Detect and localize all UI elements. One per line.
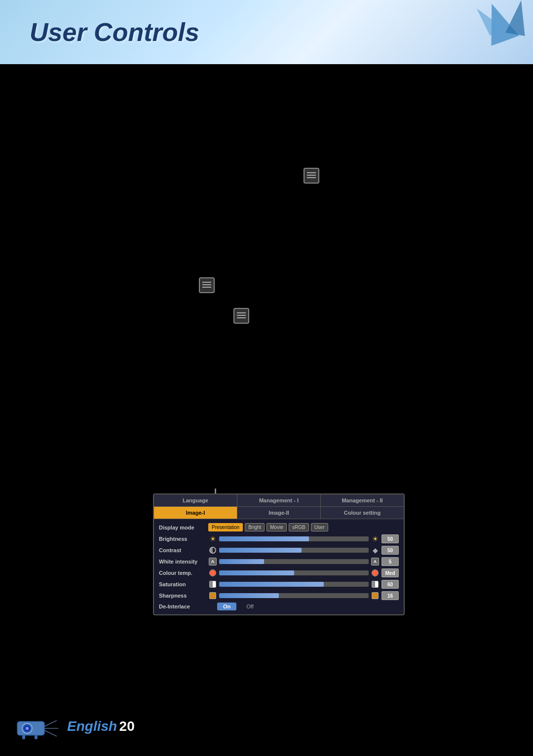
footer: English 20 [0, 697, 533, 756]
saturation-fill [219, 582, 324, 587]
tab-image-1[interactable]: Image-I [154, 507, 237, 519]
letter-a-right: A [371, 558, 379, 566]
letter-a-left: A [209, 558, 217, 566]
contrast-slider[interactable] [219, 548, 369, 553]
page-title: User Controls [30, 17, 199, 47]
main-content: Language Management - I Management - II … [0, 64, 533, 756]
saturation-label: Saturation [159, 581, 208, 587]
colour-temp-icon-left [208, 568, 217, 577]
contrast-label: Contrast [159, 547, 208, 553]
sat-box-left [209, 581, 216, 588]
sun-icon-left: ☀ [210, 535, 216, 543]
saturation-value: 60 [381, 580, 399, 589]
header-decoration [385, 0, 533, 64]
sharpness-fill [219, 593, 279, 598]
svg-line-4 [44, 720, 57, 726]
brightness-value: 50 [381, 534, 399, 543]
footer-text: English 20 [67, 718, 135, 734]
osd-panel: Language Management - I Management - II … [153, 493, 405, 615]
projector-icon [15, 712, 59, 741]
saturation-slider[interactable] [219, 582, 369, 587]
brightness-slider[interactable] [219, 536, 369, 541]
sharpness-value: 16 [381, 591, 399, 600]
svg-rect-7 [22, 735, 25, 739]
brightness-row: Brightness ☀ ☀ 50 [159, 534, 399, 543]
color-circle-left [209, 569, 216, 576]
deinterlace-on-button[interactable]: On [217, 603, 236, 610]
display-mode-options: Presentation Bright Movie sRGB User [208, 523, 399, 531]
sharpness-label: Sharpness [159, 593, 208, 599]
tab-language[interactable]: Language [154, 494, 237, 506]
display-mode-label: Display mode [159, 525, 208, 530]
colour-temp-slider[interactable] [219, 570, 369, 575]
mode-srgb[interactable]: sRGB [289, 523, 309, 531]
display-mode-row: Display mode Presentation Bright Movie s… [159, 523, 399, 531]
osd-content: Display mode Presentation Bright Movie s… [154, 519, 404, 614]
white-intensity-value: 5 [381, 557, 399, 566]
saturation-row: Saturation 60 [159, 580, 399, 589]
white-intensity-slider[interactable] [219, 559, 369, 564]
contrast-row: Contrast ◆ 50 [159, 546, 399, 555]
svg-rect-8 [35, 735, 38, 739]
tab-image-2[interactable]: Image-II [237, 507, 321, 519]
tab-row-2: Image-I Image-II Colour setting [154, 507, 404, 519]
menu-icon-3 [233, 308, 249, 324]
brightness-label: Brightness [159, 536, 208, 542]
svg-point-3 [26, 727, 29, 730]
mode-bright[interactable]: Bright [245, 523, 265, 531]
brightness-fill [219, 536, 309, 541]
sat-box-right [372, 581, 379, 588]
sharp-box-left [209, 592, 216, 599]
contrast-value: 50 [381, 546, 399, 555]
deinterlace-off-button[interactable]: Off [246, 604, 253, 609]
contrast-fill [219, 548, 302, 553]
deinterlace-label: De-Interlace [159, 604, 208, 609]
menu-icon-1 [304, 168, 319, 184]
white-intensity-icon-left: A [208, 557, 217, 566]
white-intensity-label: White intensity [159, 559, 208, 565]
sharpness-row: Sharpness 16 [159, 591, 399, 600]
colour-temp-value: Med [381, 568, 399, 577]
circle-icon [209, 547, 216, 554]
footer-page: 20 [119, 718, 135, 734]
svg-line-6 [44, 730, 57, 736]
white-intensity-icon-right: A [371, 557, 380, 566]
colour-temp-fill [219, 570, 294, 575]
saturation-icon-left [208, 580, 217, 589]
menu-icon-2 [199, 277, 215, 293]
sharpness-icon-right [371, 591, 380, 600]
colour-temp-icon-right [371, 568, 380, 577]
deinterlace-row: De-Interlace On Off [159, 603, 399, 610]
leaf-icon-2 [505, 0, 531, 36]
color-circle-right [372, 569, 379, 576]
diamond-icon: ◆ [373, 546, 378, 554]
tab-management-1[interactable]: Management - I [237, 494, 321, 506]
header: User Controls [0, 0, 533, 64]
mode-user[interactable]: User [311, 523, 328, 531]
sharpness-icon-left [208, 591, 217, 600]
sharpness-slider[interactable] [219, 593, 369, 598]
white-intensity-fill [219, 559, 264, 564]
tab-row-1: Language Management - I Management - II [154, 494, 404, 507]
white-intensity-row: White intensity A A 5 [159, 557, 399, 566]
colour-temp-label: Colour temp. [159, 570, 208, 576]
footer-language: English [67, 718, 117, 734]
mode-presentation[interactable]: Presentation [208, 523, 243, 531]
saturation-icon-right [371, 580, 380, 589]
contrast-icon-right: ◆ [371, 546, 380, 555]
brightness-icon-left: ☀ [208, 534, 217, 543]
brightness-icon-right: ☀ [371, 534, 380, 543]
tab-management-2[interactable]: Management - II [321, 494, 404, 506]
mode-movie[interactable]: Movie [266, 523, 287, 531]
colour-temp-row: Colour temp. Med [159, 568, 399, 577]
contrast-icon-left [208, 546, 217, 555]
sun-icon-right: ☀ [372, 535, 379, 543]
tab-colour-setting[interactable]: Colour setting [321, 507, 404, 519]
sharp-box-right [372, 592, 379, 599]
